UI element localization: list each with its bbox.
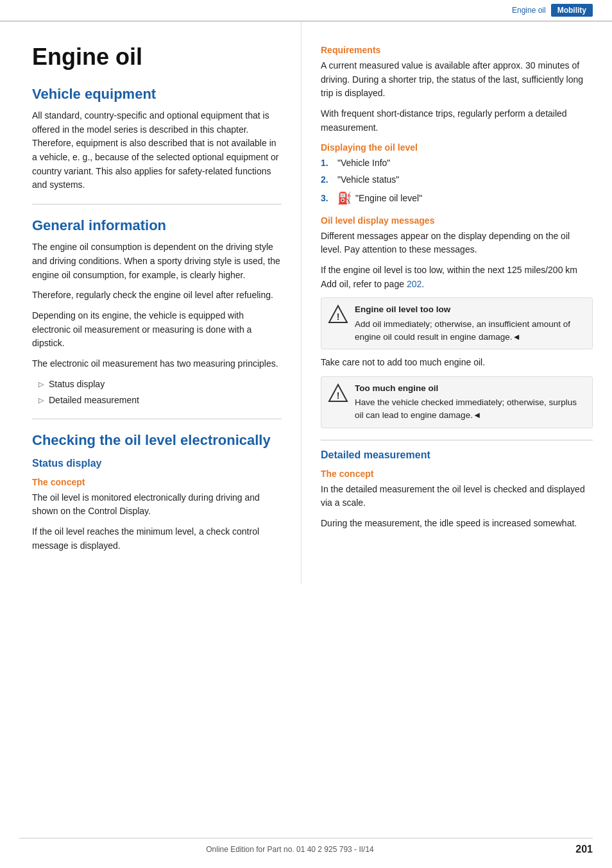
list-item-3: 3. ⛽ "Engine oil level" xyxy=(321,190,593,208)
warning-2-text: Too much engine oil Have the vehicle che… xyxy=(355,382,586,422)
warning-2-title: Too much engine oil xyxy=(355,382,586,395)
general-info-bullets: Status display Detailed measurement xyxy=(32,378,282,407)
subsection-detailed-measurement: Detailed measurement xyxy=(321,449,593,461)
top-bar-badge: Mobility xyxy=(551,4,593,17)
subsubsection-displaying: Displaying the oil level xyxy=(321,142,593,153)
page-number: 201 xyxy=(561,844,593,855)
general-info-p4: The electronic oil measurement has two m… xyxy=(32,357,282,371)
general-info-p3: Depending on its engine, the vehicle is … xyxy=(32,309,282,351)
subsubsection-requirements: Requirements xyxy=(321,45,593,55)
section-title-checking: Checking the oil level electronically xyxy=(32,432,282,449)
requirements-p1: A current measured value is available af… xyxy=(321,59,593,101)
subsection-status-display: Status display xyxy=(32,458,282,469)
right-column: Requirements A current measured value is… xyxy=(302,22,612,585)
requirements-p2: With frequent short-distance trips, regu… xyxy=(321,107,593,135)
section-title-general-info: General information xyxy=(32,217,282,234)
svg-text:!: ! xyxy=(337,390,340,401)
concept-right-p2: During the measurement, the idle speed i… xyxy=(321,517,593,531)
oil-level-icon: ⛽ xyxy=(337,190,352,208)
page-footer: Online Edition for Part no. 01 40 2 925 … xyxy=(19,838,593,855)
subsubsection-oil-messages: Oil level display messages xyxy=(321,215,593,226)
vehicle-equipment-text: All standard, country-specific and optio… xyxy=(32,109,282,192)
general-info-p2: Therefore, regularly check the engine oi… xyxy=(32,288,282,303)
displaying-list: 1. "Vehicle Info" 2. "Vehicle status" 3.… xyxy=(321,156,593,207)
general-info-p1: The engine oil consumption is dependent … xyxy=(32,240,282,282)
section-title-vehicle-equipment: Vehicle equipment xyxy=(32,86,282,103)
page-title: Engine oil xyxy=(32,44,282,71)
warning-box-2: ! Too much engine oil Have the vehicle c… xyxy=(321,376,593,428)
warning-1-text: Engine oil level too low Add oil immedia… xyxy=(355,303,586,344)
bullet-status-display: Status display xyxy=(32,378,282,391)
oil-messages-p2: If the engine oil level is too low, with… xyxy=(321,263,593,291)
page-content: Engine oil Vehicle equipment All standar… xyxy=(0,22,612,585)
warning-1-title: Engine oil level too low xyxy=(355,303,586,316)
top-bar: Engine oil Mobility xyxy=(0,0,612,22)
svg-text:!: ! xyxy=(337,312,340,322)
footer-center-text: Online Edition for Part no. 01 40 2 925 … xyxy=(19,845,561,854)
subsubsection-concept-right: The concept xyxy=(321,469,593,479)
divider-2 xyxy=(32,419,282,419)
subsubsection-concept-left: The concept xyxy=(32,477,282,487)
concept-right-p1: In the detailed measurement the oil leve… xyxy=(321,483,593,510)
divider-1 xyxy=(32,204,282,204)
warning-box-1: ! Engine oil level too low Add oil immed… xyxy=(321,297,593,349)
page-ref: 202 xyxy=(407,279,421,289)
warning-icon-2: ! xyxy=(328,383,348,404)
top-bar-label: Engine oil xyxy=(512,6,546,15)
list-item-2: 2. "Vehicle status" xyxy=(321,173,593,187)
divider-right xyxy=(321,440,593,440)
list-item-1: 1. "Vehicle Info" xyxy=(321,156,593,171)
oil-messages-p1: Different messages appear on the display… xyxy=(321,230,593,257)
concept-left-p2: If the oil level reaches the minimum lev… xyxy=(32,525,282,553)
left-column: Engine oil Vehicle equipment All standar… xyxy=(0,22,302,585)
warning-icon-1: ! xyxy=(328,305,348,325)
after-warning-text: Take care not to add too much engine oil… xyxy=(321,356,593,370)
bullet-detailed-measurement: Detailed measurement xyxy=(32,394,282,407)
concept-left-p1: The oil level is monitored electronicall… xyxy=(32,491,282,519)
